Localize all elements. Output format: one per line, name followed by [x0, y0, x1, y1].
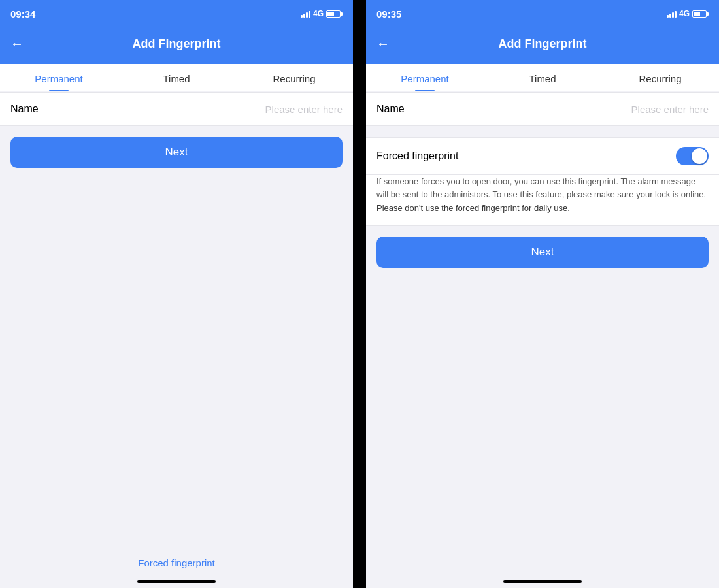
right-name-label: Name [376, 103, 405, 115]
left-header-title: Add Fingerprint [133, 37, 221, 51]
left-name-label: Name [10, 103, 39, 115]
right-forced-fingerprint-row: Forced fingerprint [366, 137, 719, 175]
right-header: ← Add Fingerprint [366, 26, 719, 64]
left-tab-timed[interactable]: Timed [118, 64, 235, 91]
left-tab-recurring[interactable]: Recurring [235, 64, 353, 91]
right-tab-timed[interactable]: Timed [484, 64, 601, 91]
left-home-indicator [137, 580, 216, 583]
left-battery-icon [326, 10, 343, 18]
left-status-bar: 09:34 4G [0, 0, 353, 26]
right-status-time: 09:35 [376, 8, 401, 20]
toggle-knob [692, 148, 707, 164]
right-phone-screen: 09:35 4G ← Add Fingerprint Permanent [366, 0, 719, 588]
right-battery-icon [692, 10, 709, 18]
left-phone-screen: 09:34 4G ← Add Fingerprint Permanent [0, 0, 353, 588]
left-next-button[interactable]: Next [10, 137, 343, 168]
right-home-indicator [503, 580, 582, 583]
right-name-input[interactable]: Please enter here [631, 104, 709, 115]
right-status-bar: 09:35 4G [366, 0, 719, 26]
right-signal-icon [667, 10, 677, 18]
right-forced-fingerprint-label: Forced fingerprint [376, 150, 458, 162]
right-content: Name Please enter here Forced fingerprin… [366, 91, 719, 588]
left-status-time: 09:34 [10, 8, 35, 20]
right-forced-desc-line1: If someone forces you to open door, you … [376, 175, 709, 201]
right-tab-permanent[interactable]: Permanent [366, 64, 484, 91]
right-network-label: 4G [679, 9, 690, 18]
right-tab-bar: Permanent Timed Recurring [366, 64, 719, 91]
left-back-button[interactable]: ← [10, 37, 24, 52]
left-tab-permanent[interactable]: Permanent [0, 64, 118, 91]
right-back-button[interactable]: ← [376, 37, 390, 52]
right-tab-recurring[interactable]: Recurring [601, 64, 719, 91]
left-status-icons: 4G [301, 9, 343, 18]
right-forced-fingerprint-section: Forced fingerprint If someone forces you… [366, 137, 719, 226]
left-name-row: Name Please enter here [0, 92, 353, 126]
left-network-label: 4G [313, 9, 324, 18]
right-status-icons: 4G [667, 9, 709, 18]
right-forced-desc-line2: Please don't use the forced fingerprint … [376, 202, 709, 215]
right-forced-fingerprint-toggle[interactable] [676, 147, 709, 165]
right-next-button[interactable]: Next [376, 237, 709, 268]
left-name-input[interactable]: Please enter here [265, 104, 343, 115]
left-signal-icon [301, 10, 310, 18]
right-header-title: Add Fingerprint [499, 37, 587, 51]
left-content: Name Please enter here Next [0, 91, 353, 588]
right-forced-description: If someone forces you to open door, you … [366, 175, 719, 226]
left-header: ← Add Fingerprint [0, 26, 353, 64]
right-name-row: Name Please enter here [366, 92, 719, 126]
screen-divider [353, 0, 366, 588]
left-forced-fingerprint-link[interactable]: Forced fingerprint [0, 557, 353, 568]
left-tab-bar: Permanent Timed Recurring [0, 64, 353, 91]
